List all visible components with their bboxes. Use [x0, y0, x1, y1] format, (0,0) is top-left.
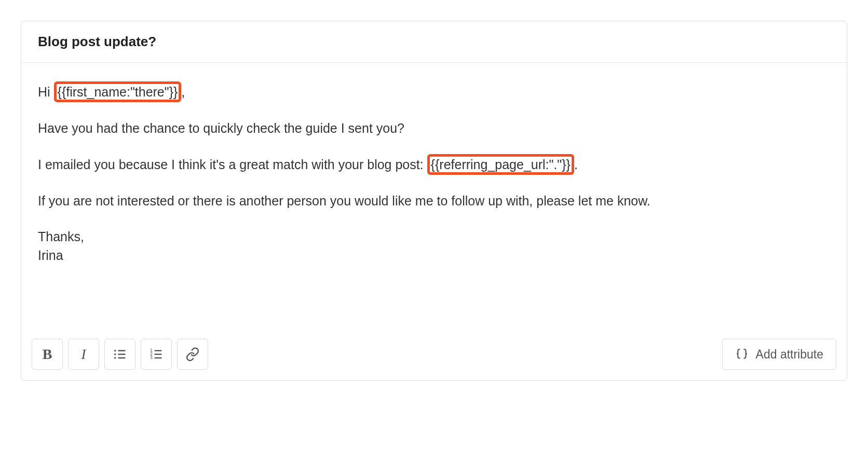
add-attribute-button[interactable]: Add attribute — [722, 339, 836, 370]
toolbar-left-group: B I 1 2 3 — [32, 339, 208, 370]
link-button[interactable] — [177, 339, 208, 370]
merge-tag-referring-url[interactable]: {{referring_page_url:"."}} — [427, 154, 574, 175]
subject-bar[interactable]: Blog post update? — [21, 21, 847, 63]
body-line-3: If you are not interested or there is an… — [38, 191, 830, 210]
greeting-prefix: Hi — [38, 85, 54, 99]
bold-button[interactable]: B — [32, 339, 63, 370]
bold-icon: B — [43, 346, 52, 363]
unordered-list-button[interactable] — [104, 339, 135, 370]
body-line-2-prefix: I emailed you because I think it's a gre… — [38, 157, 427, 172]
italic-icon: I — [81, 346, 86, 363]
merge-tag-first-name[interactable]: {{first_name:"there"}} — [54, 81, 182, 102]
svg-point-0 — [114, 350, 116, 352]
add-attribute-label: Add attribute — [756, 348, 823, 362]
ordered-list-icon: 1 2 3 — [149, 347, 164, 362]
signoff: Thanks, — [38, 227, 830, 246]
greeting-line: Hi {{first_name:"there"}}, — [38, 81, 830, 102]
braces-icon — [735, 348, 749, 361]
signature: Irina — [38, 246, 830, 265]
email-body-editor[interactable]: Hi {{first_name:"there"}}, Have you had … — [21, 63, 847, 333]
greeting-suffix: , — [181, 85, 185, 99]
svg-text:3: 3 — [150, 355, 153, 360]
body-line-1: Have you had the chance to quickly check… — [38, 119, 830, 137]
link-icon — [185, 347, 200, 362]
email-editor-card: Blog post update? Hi {{first_name:"there… — [21, 21, 847, 381]
body-line-2: I emailed you because I think it's a gre… — [38, 154, 830, 175]
unordered-list-icon — [113, 347, 127, 362]
ordered-list-button[interactable]: 1 2 3 — [141, 339, 172, 370]
body-line-2-suffix: . — [574, 157, 578, 172]
subject-text: Blog post update? — [38, 34, 156, 49]
italic-button[interactable]: I — [68, 339, 99, 370]
editor-toolbar: B I 1 2 3 — [21, 333, 847, 380]
svg-point-2 — [114, 357, 116, 359]
svg-point-1 — [114, 353, 116, 355]
